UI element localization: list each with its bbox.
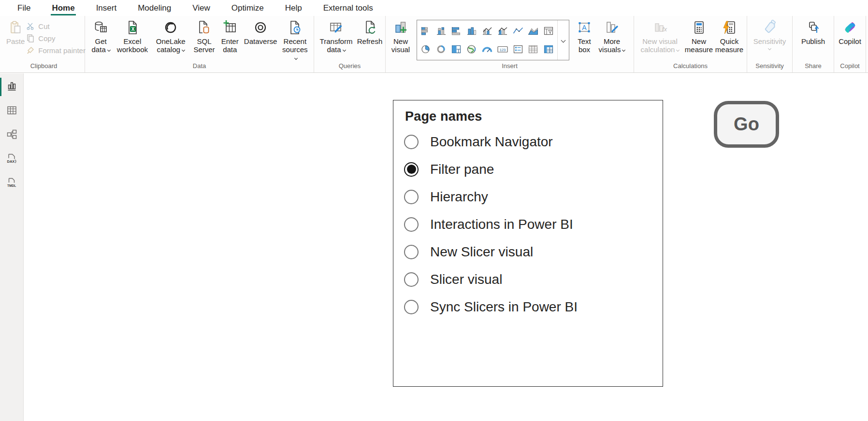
recent-sources-button[interactable]: Recent sources (279, 19, 310, 62)
text-box-label: Text box (574, 37, 595, 54)
sql-file-icon (196, 19, 212, 36)
stacked-column-chart-icon[interactable] (435, 26, 447, 36)
slicer-visual-icon[interactable] (543, 26, 554, 36)
paste-label: Paste (6, 37, 25, 45)
line-clustered-column-chart-icon[interactable] (497, 26, 508, 36)
menu-external-tools[interactable]: External tools (313, 0, 384, 16)
chevron-down-icon (768, 47, 771, 50)
menu-view[interactable]: View (182, 0, 221, 16)
slicer-option-filter-pane[interactable]: Filter pane (404, 155, 658, 183)
fx-chart-icon: fx (652, 19, 668, 36)
copy-icon (26, 34, 35, 42)
donut-chart-icon[interactable] (435, 44, 447, 54)
view-rail: DAX TMDL (0, 73, 24, 421)
cut-button[interactable]: Cut (26, 22, 86, 30)
radio-unselected-icon[interactable] (404, 245, 419, 259)
copilot-label: Copilot (839, 37, 861, 45)
paintbrush-icon (26, 46, 35, 55)
menu-optimize[interactable]: Optimize (221, 0, 275, 16)
slicer-option-hierarchy[interactable]: Hierarchy (404, 183, 658, 210)
excel-workbook-label: Excel workbook (117, 37, 148, 54)
tmdl-view-button[interactable]: TMDL (0, 176, 24, 191)
refresh-button[interactable]: Refresh (356, 19, 383, 46)
copy-button[interactable]: Copy (26, 34, 86, 42)
text-box-button[interactable]: A Text box (572, 19, 596, 54)
dax-query-view-button[interactable]: DAX (0, 152, 24, 167)
database-icon (93, 19, 109, 36)
slicer-option-bookmark-navigator[interactable]: Bookmark Navigator (404, 128, 658, 155)
transform-data-button[interactable]: Transform data (316, 19, 356, 54)
slicer-option-new-slicer-visual[interactable]: New Slicer visual (404, 238, 658, 266)
radio-unselected-icon[interactable] (404, 217, 419, 232)
more-visuals-label: More visuals (598, 37, 626, 54)
pie-chart-icon[interactable] (420, 44, 432, 54)
table-view-button[interactable] (0, 103, 24, 119)
menu-home[interactable]: Home (41, 0, 85, 16)
copilot-button[interactable]: Copilot (836, 19, 864, 46)
page-names-slicer[interactable]: Page names Bookmark Navigator Filter pan… (393, 100, 663, 387)
chart-pencil-icon (604, 19, 620, 36)
new-visual-button[interactable]: New visual (388, 19, 414, 54)
menu-modeling[interactable]: Modeling (127, 0, 182, 16)
model-view-button[interactable] (0, 127, 24, 143)
map-globe-icon[interactable] (466, 44, 477, 54)
matrix-visual-icon[interactable] (543, 44, 554, 54)
treemap-icon[interactable] (450, 44, 462, 54)
slicer-option-slicer-visual[interactable]: Slicer visual (404, 266, 658, 293)
report-view-button[interactable] (0, 79, 24, 95)
more-visuals-button[interactable]: More visuals (596, 19, 627, 54)
clustered-bar-chart-icon[interactable] (450, 26, 462, 36)
new-measure-button[interactable]: New measure (684, 19, 714, 54)
slicer-option-sync-slicers-in-power-bi[interactable]: Sync Slicers in Power BI (404, 293, 658, 321)
paste-button[interactable]: Paste (5, 19, 26, 46)
quick-measure-button[interactable]: Quick measure (714, 19, 745, 54)
sensitivity-button[interactable]: Sensitivity (750, 19, 790, 50)
get-data-button[interactable]: Get data (88, 19, 114, 54)
radio-unselected-icon[interactable] (404, 135, 419, 149)
quick-measure-label: Quick measure (715, 37, 743, 54)
line-stacked-column-chart-icon[interactable] (481, 26, 493, 36)
ribbon-group-queries: Transform data Refresh Queries (314, 16, 386, 72)
radio-unselected-icon[interactable] (404, 300, 419, 314)
table-view-icon (6, 104, 18, 118)
publish-label: Publish (801, 37, 825, 45)
multi-row-card-icon[interactable] (512, 44, 524, 54)
group-label-insert: Insert (386, 62, 634, 72)
file-clock-icon (287, 19, 303, 36)
table-visual-icon[interactable] (527, 44, 539, 54)
menu-file[interactable]: File (7, 0, 41, 16)
format-painter-button[interactable]: Format painter (26, 46, 86, 55)
group-label-queries: Queries (314, 62, 385, 72)
onelake-catalog-button[interactable]: OneLake catalog (151, 19, 190, 54)
copilot-icon (842, 19, 858, 36)
stacked-bar-chart-icon[interactable] (420, 26, 432, 36)
publish-button[interactable]: Publish (798, 19, 829, 46)
dataverse-button[interactable]: Dataverse (244, 19, 277, 46)
copy-label: Copy (38, 34, 55, 42)
card-visual-icon[interactable]: 123 (497, 44, 508, 54)
excel-workbook-button[interactable]: X Excel workbook (116, 19, 149, 54)
gauge-icon[interactable] (481, 44, 493, 54)
chevron-down-icon (182, 48, 185, 52)
menu-insert[interactable]: Insert (86, 0, 128, 16)
line-chart-icon[interactable] (512, 26, 524, 36)
sensitivity-tag-icon (762, 19, 778, 36)
visual-gallery: 123 (417, 20, 569, 60)
text-box-icon: A (576, 19, 593, 36)
new-visual-calculation-label: New visual calculation (637, 37, 682, 54)
area-chart-icon[interactable] (527, 26, 539, 36)
radio-unselected-icon[interactable] (404, 190, 419, 204)
radio-unselected-icon[interactable] (404, 272, 419, 287)
radio-selected-icon[interactable] (404, 162, 419, 177)
chevron-down-icon (676, 48, 680, 52)
new-visual-calculation-button[interactable]: fx New visual calculation (636, 19, 684, 54)
sql-server-button[interactable]: SQL Server (192, 19, 216, 54)
enter-data-button[interactable]: Enter data (218, 19, 242, 54)
clustered-column-chart-icon[interactable] (466, 26, 477, 36)
go-button[interactable]: Go (714, 101, 779, 148)
scissors-icon (26, 22, 35, 30)
slicer-option-interactions-in-power-bi[interactable]: Interactions in Power BI (404, 210, 658, 238)
menu-help[interactable]: Help (275, 0, 313, 16)
svg-text:TMDL: TMDL (7, 184, 16, 187)
gallery-expand-button[interactable] (557, 20, 569, 60)
